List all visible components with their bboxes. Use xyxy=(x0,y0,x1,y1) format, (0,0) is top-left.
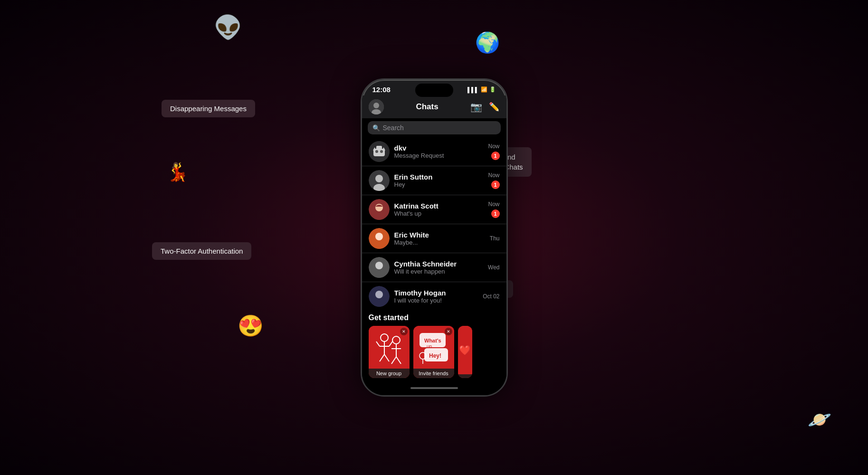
svg-line-28 xyxy=(380,354,384,361)
avatar-erin xyxy=(369,170,390,191)
svg-text:What's: What's xyxy=(424,338,441,343)
svg-rect-4 xyxy=(373,149,385,156)
search-placeholder: Search xyxy=(383,124,404,132)
svg-point-20 xyxy=(375,262,383,269)
header-title: Chats xyxy=(416,102,438,112)
heart-eyes-emoji: 😍 xyxy=(238,314,264,338)
search-bar[interactable]: 🔍 Search xyxy=(368,121,501,134)
svg-line-29 xyxy=(384,354,389,361)
new-group-label: New group xyxy=(369,369,410,378)
svg-point-17 xyxy=(375,233,383,240)
dancer-emoji: 💃 xyxy=(166,162,189,182)
camera-icon[interactable]: 📷 xyxy=(470,101,482,113)
home-bar xyxy=(410,387,458,389)
invite-friends-card[interactable]: ✕ What's up Hey! xyxy=(413,326,454,378)
avatar-cynthia xyxy=(369,257,390,278)
new-group-card[interactable]: ✕ xyxy=(369,326,410,378)
get-started-title: Get started xyxy=(369,314,500,322)
chat-info-erin: Erin Sutton Hey xyxy=(394,173,484,188)
svg-point-23 xyxy=(375,291,383,298)
app-content: Chats 📷 ✏️ 🔍 Search xyxy=(362,95,506,395)
chat-name-erin: Erin Sutton xyxy=(394,173,484,181)
cards-row: ✕ xyxy=(369,326,500,378)
chat-item-dkv[interactable]: dkv Message Request Now 1 xyxy=(362,137,506,166)
more-card-label xyxy=(458,374,472,378)
chat-info-eric: Eric White Maybe... xyxy=(394,231,485,246)
unread-badge-erin: 1 xyxy=(491,180,500,189)
avatar-eric xyxy=(369,228,390,249)
chat-item-katrina[interactable]: Katrina Scott What's up Now 1 xyxy=(362,195,506,224)
get-started-section: Get started ✕ xyxy=(362,309,506,381)
chat-info-dkv: dkv Message Request xyxy=(394,144,484,159)
chat-preview-dkv: Message Request xyxy=(394,152,484,159)
wifi-icon: 📶 xyxy=(481,86,487,93)
chat-preview-timothy: I will vote for you! xyxy=(394,297,478,304)
user-avatar[interactable] xyxy=(369,99,384,114)
new-group-dismiss[interactable]: ✕ xyxy=(400,328,408,335)
status-time: 12:08 xyxy=(372,86,391,94)
svg-point-30 xyxy=(392,336,400,344)
chat-meta-cynthia: Wed xyxy=(488,264,499,271)
chat-time-dkv: Now xyxy=(488,143,499,150)
more-card[interactable]: ❤️ xyxy=(458,326,472,378)
two-factor-label: Two-Factor Authentication xyxy=(152,242,251,260)
chat-info-katrina: Katrina Scott What's up xyxy=(394,202,484,217)
svg-point-11 xyxy=(375,175,383,182)
svg-point-25 xyxy=(381,334,388,342)
chat-list: dkv Message Request Now 1 xyxy=(362,137,506,309)
more-card-illustration: ❤️ xyxy=(458,326,472,374)
chat-time-cynthia: Wed xyxy=(488,264,499,271)
unread-badge-katrina: 1 xyxy=(491,209,500,218)
chat-info-timothy: Timothy Hogan I will vote for you! xyxy=(394,289,478,304)
phone-frame: 12:08 ▌▌▌ 📶 🔋 Chats 📷 ✏️ xyxy=(361,78,508,397)
chat-name-katrina: Katrina Scott xyxy=(394,202,484,210)
chat-item-eric[interactable]: Eric White Maybe... Thu xyxy=(362,224,506,253)
status-bar: 12:08 ▌▌▌ 📶 🔋 xyxy=(362,80,506,95)
avatar-katrina xyxy=(369,199,390,220)
chat-time-erin: Now xyxy=(488,172,499,179)
chat-meta-eric: Thu xyxy=(490,235,500,242)
chat-preview-eric: Maybe... xyxy=(394,239,485,246)
invite-friends-dismiss[interactable]: ✕ xyxy=(445,328,452,335)
disappearing-messages-label: Disappearing Messages xyxy=(162,100,255,117)
svg-text:Hey!: Hey! xyxy=(429,352,441,359)
chat-info-cynthia: Cynthia Schneider Will it ever happen xyxy=(394,260,484,275)
home-indicator xyxy=(362,381,506,395)
chat-meta-katrina: Now 1 xyxy=(488,201,499,218)
header-icons: 📷 ✏️ xyxy=(470,101,499,113)
svg-rect-7 xyxy=(376,146,382,150)
chat-meta-dkv: Now 1 xyxy=(488,143,499,160)
compose-icon[interactable]: ✏️ xyxy=(489,102,499,112)
earth-emoji: 🌍 xyxy=(475,31,500,54)
svg-line-36 xyxy=(389,342,392,346)
chat-item-timothy[interactable]: Timothy Hogan I will vote for you! Oct 0… xyxy=(362,282,506,309)
chat-preview-katrina: What's up xyxy=(394,210,484,217)
chat-name-dkv: dkv xyxy=(394,144,484,152)
app-header: Chats 📷 ✏️ xyxy=(362,95,506,118)
chat-item-erin[interactable]: Erin Sutton Hey Now 1 xyxy=(362,166,506,195)
chat-item-cynthia[interactable]: Cynthia Schneider Will it ever happen We… xyxy=(362,253,506,282)
unread-badge-dkv: 1 xyxy=(491,152,500,160)
chat-name-eric: Eric White xyxy=(394,231,485,239)
avatar-timothy xyxy=(369,286,390,307)
svg-line-35 xyxy=(376,342,380,346)
chat-name-timothy: Timothy Hogan xyxy=(394,289,478,297)
saturn-emoji: 🪐 xyxy=(808,408,831,431)
svg-point-5 xyxy=(375,150,378,153)
svg-line-33 xyxy=(391,357,396,364)
signal-icon: ▌▌▌ xyxy=(467,87,478,93)
alien-emoji: 👽 xyxy=(214,14,242,41)
chat-preview-erin: Hey xyxy=(394,181,484,188)
battery-icon: 🔋 xyxy=(489,86,496,93)
invite-friends-label: Invite friends xyxy=(413,369,454,378)
svg-point-6 xyxy=(380,150,383,153)
chat-meta-timothy: Oct 02 xyxy=(483,293,499,300)
search-icon: 🔍 xyxy=(372,124,380,132)
chat-meta-erin: Now 1 xyxy=(488,172,499,189)
chat-preview-cynthia: Will it ever happen xyxy=(394,268,484,275)
svg-line-34 xyxy=(396,357,401,364)
status-icons: ▌▌▌ 📶 🔋 xyxy=(467,86,496,93)
svg-point-1 xyxy=(373,103,379,108)
chat-time-katrina: Now xyxy=(488,201,499,208)
avatar-dkv xyxy=(369,141,390,162)
